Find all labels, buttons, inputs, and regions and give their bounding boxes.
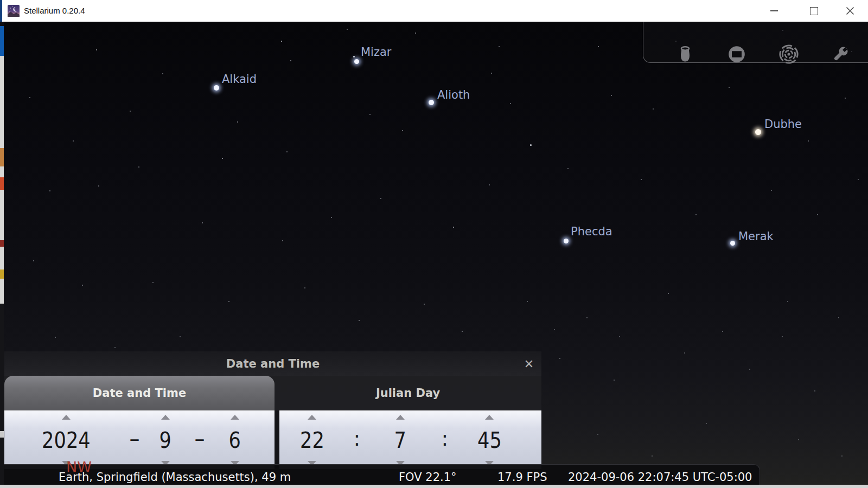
background-star: [180, 336, 181, 337]
background-star: [653, 108, 654, 110]
background-star: [380, 198, 381, 199]
month-spinner: 9: [141, 411, 190, 469]
background-star: [510, 103, 511, 104]
month-value: 9: [159, 428, 171, 453]
star-phecda[interactable]: [564, 239, 569, 243]
background-star: [567, 168, 569, 169]
spinner-filler: [520, 411, 541, 469]
day-value: 6: [229, 428, 241, 453]
star-label-alioth: Alioth: [437, 88, 470, 101]
minute-spinner: 7: [369, 411, 431, 469]
second-up-button[interactable]: [485, 415, 494, 420]
background-star: [845, 98, 846, 99]
background-star: [530, 144, 532, 146]
close-icon: [846, 7, 854, 15]
star-dubhe[interactable]: [755, 129, 761, 135]
star-alioth[interactable]: [429, 100, 434, 105]
background-star: [841, 455, 843, 457]
spinner-separator: –: [190, 411, 209, 469]
background-star: [138, 166, 139, 168]
background-star: [729, 87, 730, 88]
background-star: [489, 184, 490, 185]
month-up-button[interactable]: [161, 415, 170, 420]
hour-value: 22: [300, 428, 324, 453]
background-star: [331, 217, 332, 218]
background-star: [347, 29, 348, 30]
background-star: [614, 380, 615, 381]
year-up-button[interactable]: [62, 415, 71, 420]
dialog-close-button[interactable]: ✕: [518, 351, 540, 376]
background-star: [782, 336, 783, 337]
star-alkaid[interactable]: [214, 85, 219, 91]
window-left-border: [0, 0, 2, 22]
stellarium-app-icon: [8, 5, 20, 17]
oculars-settings-button[interactable]: [829, 43, 851, 65]
spinner-separator: :: [431, 411, 458, 469]
ocular-view-button[interactable]: [674, 43, 696, 65]
background-star: [695, 214, 697, 215]
maximize-button[interactable]: [801, 0, 826, 22]
minute-up-button[interactable]: [396, 415, 405, 420]
hour-up-button[interactable]: [308, 415, 316, 420]
background-star: [281, 41, 282, 42]
background-star: [359, 320, 360, 321]
date-time-dialog: Date and Time ✕ Date and Time Julian Day…: [4, 351, 541, 468]
status-bar: Earth, Springfield (Massachusetts), 49 m…: [4, 464, 760, 485]
background-star: [838, 317, 839, 318]
background-star: [554, 329, 555, 330]
second-spinner: 45: [458, 411, 520, 469]
background-star: [152, 282, 154, 283]
background-star: [814, 390, 815, 391]
window-title: Stellarium 0.20.4: [24, 0, 85, 22]
background-star: [237, 121, 238, 123]
star-label-dubhe: Dubhe: [764, 118, 802, 131]
day-up-button[interactable]: [231, 415, 239, 420]
background-star: [652, 455, 653, 457]
day-spinner: 6: [209, 411, 260, 469]
background-star: [402, 130, 403, 131]
tab-julian-day[interactable]: Julian Day: [275, 376, 541, 410]
stellarium-window: MizarAlkaidAliothDubhePhecdaMerak: [0, 0, 868, 488]
background-star: [706, 423, 707, 424]
background-star: [462, 331, 463, 332]
background-star: [668, 293, 669, 294]
background-star: [222, 158, 224, 159]
background-star: [202, 222, 203, 223]
window-titlebar: Stellarium 0.20.4: [0, 0, 868, 22]
ccd-frame-icon: [727, 44, 746, 64]
telrad-button[interactable]: [778, 43, 800, 65]
dialog-tabs: Date and Time Julian Day: [4, 376, 541, 410]
background-star: [282, 240, 283, 241]
star-mizar[interactable]: [354, 59, 359, 64]
close-button[interactable]: [838, 0, 863, 22]
background-star: [228, 301, 229, 302]
background-star: [73, 140, 74, 142]
background-star: [304, 287, 305, 288]
background-star: [353, 56, 355, 57]
minimize-button[interactable]: [762, 0, 787, 22]
background-star: [33, 260, 34, 261]
dialog-titlebar[interactable]: Date and Time ✕: [4, 351, 541, 376]
dialog-title: Date and Time: [4, 351, 541, 376]
spinner-separator: –: [128, 411, 141, 469]
background-star: [29, 97, 30, 98]
time-spinners: 22:7:45: [279, 410, 541, 469]
star-merak[interactable]: [730, 241, 735, 246]
background-star: [55, 337, 56, 338]
wrench-icon: [831, 44, 850, 64]
background-star: [858, 179, 859, 180]
sensor-frame-button[interactable]: [726, 43, 748, 65]
background-star: [787, 301, 788, 302]
background-star: [598, 46, 599, 47]
background-star: [586, 317, 588, 318]
background-star: [641, 179, 642, 180]
oculars-toolbar: [643, 22, 868, 63]
background-star: [286, 151, 288, 152]
fps-text: 17.9 FPS: [497, 471, 547, 484]
background-star: [499, 46, 500, 47]
background-star: [798, 439, 799, 440]
second-value: 45: [477, 428, 502, 453]
hour-spinner: 22: [279, 411, 344, 469]
tab-date-and-time[interactable]: Date and Time: [4, 376, 275, 410]
telrad-circles-icon: [779, 44, 799, 64]
